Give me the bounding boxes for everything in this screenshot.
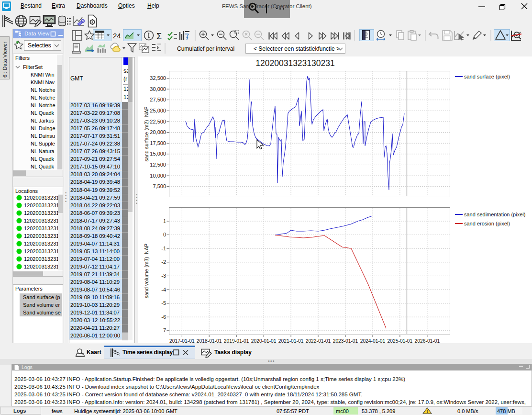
svg-text:30,000: 30,000 <box>150 86 166 92</box>
svg-text:1: 1 <box>163 218 166 224</box>
svg-text:27,500: 27,500 <box>150 97 166 102</box>
svg-text:-1: -1 <box>161 246 166 251</box>
svg-text:-6: -6 <box>161 314 166 320</box>
svg-text:sand volume (m3) NAP: sand volume (m3) NAP <box>144 244 149 299</box>
svg-text:12020031323130231: 12020031323130231 <box>255 58 334 68</box>
svg-text:-5: -5 <box>161 300 166 306</box>
svg-text:-4: -4 <box>161 287 166 292</box>
svg-text:-7: -7 <box>161 327 166 333</box>
svg-text:17,500: 17,500 <box>150 140 166 146</box>
svg-text:sand sedimentation (pixel): sand sedimentation (pixel) <box>464 212 525 217</box>
svg-text:7,500: 7,500 <box>153 183 166 189</box>
svg-text:sand surface (pixel): sand surface (pixel) <box>464 74 510 79</box>
svg-text:15,000: 15,000 <box>150 151 166 157</box>
svg-text:10,000: 10,000 <box>150 173 166 179</box>
svg-text:24: 24 <box>113 32 121 40</box>
svg-text:sand erosion (pixel): sand erosion (pixel) <box>464 221 510 226</box>
svg-text:20,000: 20,000 <box>150 129 166 135</box>
svg-text:-3: -3 <box>161 273 166 279</box>
svg-text:32,500: 32,500 <box>150 75 166 81</box>
svg-text:-2: -2 <box>161 259 166 265</box>
svg-text:6 : Data Viewer: 6 : Data Viewer <box>2 42 8 78</box>
svg-text:Σ: Σ <box>156 32 162 41</box>
svg-text:25,000: 25,000 <box>150 108 166 113</box>
svg-text:0: 0 <box>163 232 166 237</box>
svg-text:sand surface (m2) NAP: sand surface (m2) NAP <box>144 106 149 161</box>
svg-text:22,500: 22,500 <box>150 119 166 124</box>
svg-text:12,500: 12,500 <box>150 162 166 168</box>
